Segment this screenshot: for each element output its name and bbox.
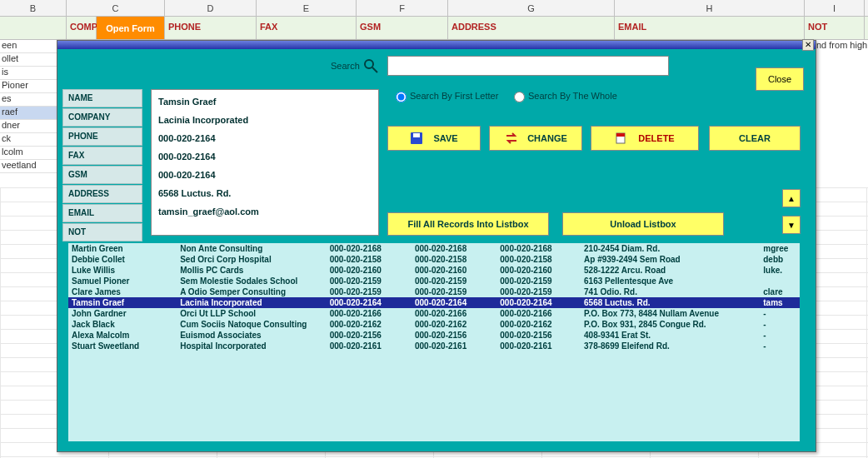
col-header-H[interactable]: H [615,0,805,16]
excel-row-name[interactable]: raef [0,107,58,120]
search-icon [362,57,379,74]
value-company[interactable]: Lacinia Incorporated [158,112,372,130]
label-name: NAME [62,89,142,107]
label-address: ADDRESS [62,185,142,203]
hdr-f: GSM [357,17,448,39]
listbox-row[interactable]: Samuel PionerSem Molestie Sodales School… [68,276,800,286]
listbox-row[interactable]: John GardnerOrci Ut LLP School000-020-21… [68,308,800,319]
svg-line-1 [372,67,377,72]
excel-row-name[interactable]: lcolm [0,147,58,160]
listbox-row[interactable]: Clare JamesA Odio Semper Consulting000-0… [68,286,800,297]
excel-header-labels: COMPANYOpen FormPHONEFAXGSMADDRESSEMAILN… [0,17,868,40]
hdr-h: EMAIL [615,17,805,39]
excel-left-names: eenolletisPioneresraefdnercklcolmveetlan… [0,40,58,173]
value-phone[interactable]: 000-020-2164 [158,130,372,148]
radio-search-first-letter[interactable]: Search By First Letter [396,91,498,102]
label-email: EMAIL [62,204,142,222]
value-name[interactable]: Tamsin Graef [158,93,372,112]
records-listbox[interactable]: Martin GreenNon Ante Consulting000-020-2… [67,242,801,442]
label-phone: PHONE [62,127,142,146]
radio-search-whole[interactable]: Search By The Whole [514,91,617,102]
col-header-F[interactable]: F [357,0,448,16]
excel-row-name[interactable]: ollet [0,53,58,67]
hdr-d: PHONE [165,17,257,39]
search-input[interactable] [387,56,669,76]
col-header-B[interactable]: B [0,0,67,16]
col-header-E[interactable]: E [257,0,357,16]
userform-titlebar: ✕ [57,41,816,49]
col-header-I[interactable]: I [805,0,865,16]
delete-button[interactable]: DELETE [591,126,699,151]
listbox-row[interactable]: Stuart SweetlandHospital Incorporated000… [68,341,800,351]
value-address[interactable]: 6568 Luctus. Rd. [158,185,372,203]
excel-right-snippet: nd from high [815,40,868,53]
close-button[interactable]: Close [756,67,804,91]
excel-row-name[interactable]: veetland [0,160,58,173]
listbox-row[interactable]: Alexa MalcolmEuismod Associates000-020-2… [68,330,800,341]
col-header-C[interactable]: C [67,0,165,16]
excel-column-headers: BCDEFGHI [0,0,868,17]
userform-window: ✕ Search Close Search By First Letter Se… [57,40,816,452]
label-gsm: GSM [62,166,142,184]
listbox-row[interactable]: Tamsin GraefLacinia Incorporated000-020-… [68,297,800,308]
save-icon [410,132,425,145]
col-header-G[interactable]: G [448,0,615,16]
label-not: NOT [62,223,142,241]
hdr-e: FAX [257,17,357,39]
listbox-row[interactable]: Martin GreenNon Ante Consulting000-020-2… [68,243,800,254]
excel-row-name[interactable]: dner [0,120,58,133]
listbox-row[interactable]: Debbie ColletSed Orci Corp Hospital000-0… [68,254,800,265]
excel-row-name[interactable]: es [0,93,58,107]
hdr-company: COMPANY [67,17,97,39]
change-button[interactable]: CHANGE [489,126,582,151]
excel-row-name[interactable]: een [0,40,58,53]
svg-rect-3 [413,133,420,137]
open-form-button[interactable]: Open Form [97,17,165,39]
excel-row-name[interactable]: ck [0,133,58,147]
field-label-column: NAME COMPANY PHONE FAX GSM ADDRESS EMAIL… [62,89,142,242]
excel-row-name[interactable]: is [0,67,58,80]
search-label: Search [331,61,360,71]
svg-point-0 [365,60,373,68]
value-fax[interactable]: 000-020-2164 [158,148,372,167]
hdr-i: NOT [805,17,865,39]
save-button[interactable]: SAVE [387,126,481,151]
delete-icon [615,132,630,145]
spin-up-button[interactable]: ▲ [782,189,801,207]
fill-listbox-button[interactable]: Fill All Records Into Listbox [387,212,549,236]
unload-listbox-button[interactable]: Unload Listbox [562,212,724,236]
label-fax: FAX [62,147,142,165]
clear-button[interactable]: CLEAR [709,126,801,151]
svg-rect-5 [616,133,625,137]
excel-row-name[interactable]: Pioner [0,80,58,93]
spin-down-button[interactable]: ▼ [782,216,801,234]
field-value-panel: Tamsin Graef Lacinia Incorporated 000-02… [151,89,379,236]
col-header-D[interactable]: D [165,0,257,16]
listbox-row[interactable]: Jack BlackCum Sociis Natoque Consulting0… [68,319,800,330]
value-email[interactable]: tamsin_graef@aol.com [158,203,372,222]
label-company: COMPANY [62,108,142,127]
change-icon [504,132,519,145]
hdr-g: ADDRESS [448,17,615,39]
value-gsm[interactable]: 000-020-2164 [158,167,372,185]
hdr-b [0,17,67,39]
listbox-row[interactable]: Luke WillisMollis PC Cards000-020-216000… [68,265,800,276]
